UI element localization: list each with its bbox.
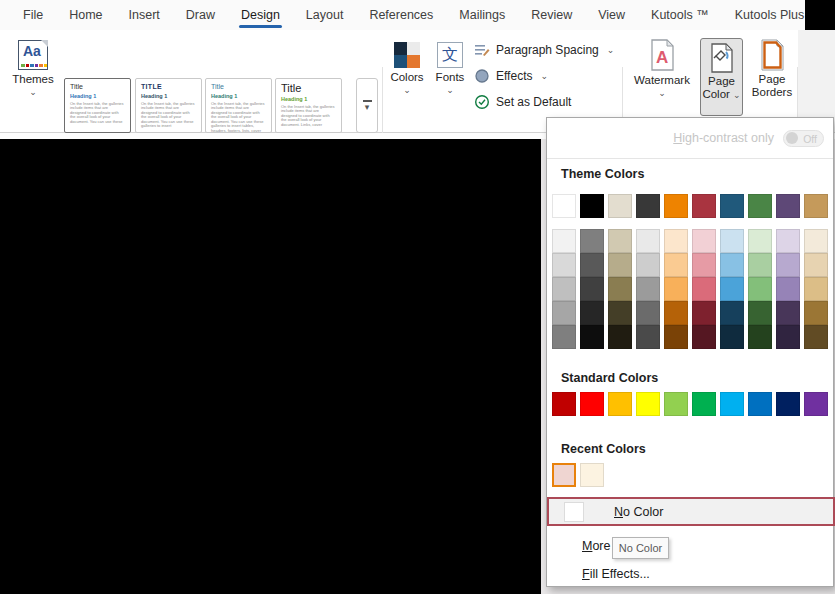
color-swatch[interactable] [720, 194, 744, 218]
color-swatch[interactable] [552, 325, 576, 349]
color-swatch[interactable] [748, 392, 772, 416]
color-swatch[interactable] [552, 301, 576, 325]
color-swatch[interactable] [580, 194, 604, 218]
tab-insert[interactable]: Insert [116, 0, 173, 30]
color-swatch[interactable] [804, 277, 828, 301]
color-swatch[interactable] [608, 253, 632, 277]
style-set-card-2[interactable]: TITLE Heading 1 On the Insert tab, the g… [135, 78, 202, 133]
color-swatch[interactable] [552, 194, 576, 218]
color-swatch[interactable] [608, 229, 632, 253]
color-swatch[interactable] [804, 325, 828, 349]
color-swatch[interactable] [748, 194, 772, 218]
color-swatch[interactable] [636, 392, 660, 416]
color-swatch[interactable] [636, 253, 660, 277]
color-swatch[interactable] [720, 229, 744, 253]
color-swatch[interactable] [692, 194, 716, 218]
tab-references[interactable]: References [356, 0, 446, 30]
color-swatch[interactable] [748, 229, 772, 253]
document-page[interactable] [0, 139, 541, 594]
color-swatch[interactable] [776, 392, 800, 416]
color-swatch[interactable] [636, 277, 660, 301]
style-set-card-4[interactable]: Title Heading 1 On the Insert tab, the g… [275, 78, 342, 133]
color-swatch[interactable] [636, 301, 660, 325]
color-swatch[interactable] [608, 277, 632, 301]
color-swatch[interactable] [552, 392, 576, 416]
color-swatch[interactable] [664, 253, 688, 277]
no-color-menu-item[interactable]: No Color [547, 497, 835, 526]
color-swatch[interactable] [580, 229, 604, 253]
color-swatch[interactable] [720, 392, 744, 416]
color-swatch[interactable] [608, 194, 632, 218]
color-swatch[interactable] [664, 194, 688, 218]
color-swatch[interactable] [776, 277, 800, 301]
color-swatch[interactable] [692, 253, 716, 277]
color-swatch[interactable] [580, 392, 604, 416]
color-swatch[interactable] [748, 301, 772, 325]
color-swatch[interactable] [776, 194, 800, 218]
color-swatch[interactable] [804, 194, 828, 218]
color-swatch[interactable] [720, 301, 744, 325]
fill-effects-menu-item[interactable]: Fill Effects... [547, 562, 835, 585]
tab-view[interactable]: View [585, 0, 638, 30]
color-swatch[interactable] [664, 392, 688, 416]
effects-button[interactable]: Effects ⌄ [474, 65, 548, 87]
color-swatch[interactable] [776, 229, 800, 253]
color-swatch[interactable] [580, 325, 604, 349]
color-swatch[interactable] [636, 229, 660, 253]
tab-draw[interactable]: Draw [173, 0, 228, 30]
tab-file[interactable]: File [10, 0, 56, 30]
color-swatch[interactable] [636, 325, 660, 349]
color-swatch[interactable] [720, 253, 744, 277]
color-swatch[interactable] [804, 392, 828, 416]
color-swatch[interactable] [608, 325, 632, 349]
color-swatch[interactable] [552, 253, 576, 277]
style-set-card-3[interactable]: Title Heading 1 On the Insert tab, the g… [205, 78, 272, 133]
page-color-button[interactable]: Page Color ⌄ [700, 38, 743, 116]
tab-review[interactable]: Review [518, 0, 585, 30]
paragraph-spacing-button[interactable]: Paragraph Spacing ⌄ [474, 39, 614, 61]
color-swatch[interactable] [552, 463, 576, 487]
color-swatch[interactable] [720, 277, 744, 301]
set-as-default-button[interactable]: Set as Default [474, 91, 571, 113]
tab-kutools[interactable]: Kutools ™ [638, 0, 722, 30]
color-swatch[interactable] [692, 325, 716, 349]
color-swatch[interactable] [608, 392, 632, 416]
tab-layout[interactable]: Layout [293, 0, 357, 30]
color-swatch[interactable] [692, 229, 716, 253]
color-swatch[interactable] [692, 392, 716, 416]
color-swatch[interactable] [776, 253, 800, 277]
color-swatch[interactable] [776, 325, 800, 349]
color-swatch[interactable] [804, 301, 828, 325]
themes-button[interactable]: Aa Themes ⌄ [6, 40, 60, 96]
color-swatch[interactable] [664, 325, 688, 349]
page-borders-button[interactable]: Page Borders [748, 39, 796, 99]
tab-mailings[interactable]: Mailings [446, 0, 518, 30]
color-swatch[interactable] [580, 301, 604, 325]
tab-design[interactable]: Design [228, 0, 293, 30]
color-swatch[interactable] [748, 325, 772, 349]
color-swatch[interactable] [748, 253, 772, 277]
style-gallery-more-button[interactable]: ▾ [356, 78, 378, 133]
color-swatch[interactable] [720, 325, 744, 349]
tab-kutools-plus[interactable]: Kutools Plus [722, 0, 817, 30]
color-swatch[interactable] [608, 301, 632, 325]
color-swatch[interactable] [804, 253, 828, 277]
color-swatch[interactable] [552, 229, 576, 253]
style-set-card-1[interactable]: Title Heading 1 On the Insert tab, the g… [64, 78, 131, 133]
color-swatch[interactable] [804, 229, 828, 253]
fonts-button[interactable]: 文 Fonts ⌄ [430, 42, 470, 94]
color-swatch[interactable] [580, 277, 604, 301]
color-swatch[interactable] [552, 277, 576, 301]
color-swatch[interactable] [664, 301, 688, 325]
colors-button[interactable]: Colors ⌄ [386, 42, 428, 94]
color-swatch[interactable] [776, 301, 800, 325]
color-swatch[interactable] [664, 277, 688, 301]
color-swatch[interactable] [692, 301, 716, 325]
high-contrast-toggle[interactable]: Off [783, 130, 824, 147]
color-swatch[interactable] [692, 277, 716, 301]
color-swatch[interactable] [580, 463, 604, 487]
more-colors-menu-item[interactable]: More Colors... [547, 534, 835, 557]
color-swatch[interactable] [664, 229, 688, 253]
color-swatch[interactable] [580, 253, 604, 277]
watermark-button[interactable]: A Watermark ⌄ [628, 39, 696, 97]
